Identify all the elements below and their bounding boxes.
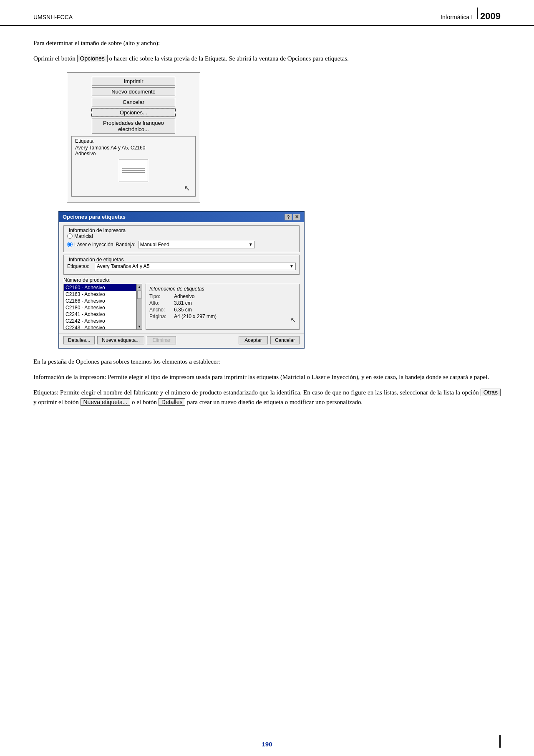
btn-opciones[interactable]: Opciones... xyxy=(92,108,175,117)
product-list[interactable]: C2160 - Adhesivo C2163 - Adhesivo C2166 … xyxy=(63,284,136,330)
product-item-5[interactable]: C2242 - Adhesivo xyxy=(64,318,136,324)
info-impresora-legend: Información de impresora xyxy=(67,228,296,233)
dialog-title: Opciones para etiquetas xyxy=(63,214,126,220)
cursor-icon-1: ↖ xyxy=(75,184,190,193)
cursor-icon-2: ↖ xyxy=(290,316,296,324)
radio-matricial-label[interactable]: Matricial xyxy=(67,233,296,239)
para5-start: Etiquetas: Permite elegir el nombre del … xyxy=(33,389,481,396)
btn-franqueo[interactable]: Propiedades de franqueo electrónico... xyxy=(92,119,175,134)
btn-nuevo-documento[interactable]: Nuevo documento xyxy=(92,87,175,96)
cancelar-btn-row: Cancelar xyxy=(67,98,200,106)
btn-imprimir[interactable]: Imprimir xyxy=(92,77,175,86)
etiqueta-type: Adhesivo xyxy=(75,151,192,157)
preview-line-1 xyxy=(122,168,145,169)
opciones-inline-btn[interactable]: Opciones xyxy=(77,55,108,62)
scroll-up[interactable]: ▲ xyxy=(138,284,141,290)
dialog-footer: Detalles... Nueva etiqueta... Eliminar A… xyxy=(59,333,304,348)
otras-inline-btn[interactable]: Otras xyxy=(481,389,501,396)
etiquetas-dropdown-arrow: ▼ xyxy=(290,264,294,268)
page-number: 190 xyxy=(262,741,272,748)
header-subject: Informática I xyxy=(441,14,473,20)
header-divider xyxy=(477,8,478,19)
product-item-6[interactable]: C2243 - Adhesivo xyxy=(64,324,136,330)
product-item-4[interactable]: C2241 - Adhesivo xyxy=(64,311,136,318)
info-pagina-val: A4 (210 x 297 mm) xyxy=(174,314,217,319)
dialog-title-bar: Opciones para etiquetas ? ✕ xyxy=(59,212,304,222)
radio-matricial[interactable] xyxy=(67,233,73,239)
etiquetas-value: Avery Tamaños A4 y A5 xyxy=(97,263,149,269)
title-bar-controls: ? ✕ xyxy=(285,214,300,220)
etiquetas-select-row: Etiquetas: Avery Tamaños A4 y A5 ▼ xyxy=(67,263,296,270)
etiqueta-fieldset-label: Etiqueta xyxy=(75,138,192,144)
opciones-btn-row: Opciones... xyxy=(67,108,200,117)
footer-line-right xyxy=(499,735,501,748)
btn-detalles[interactable]: Detalles... xyxy=(63,336,95,344)
franqueo-btn-row: Propiedades de franqueo electrónico... xyxy=(67,119,200,134)
preview-line-2 xyxy=(122,170,145,171)
para2-start: Oprimir el botón xyxy=(33,55,77,62)
product-item-1[interactable]: C2163 - Adhesivo xyxy=(64,291,136,298)
dialog-opciones: Opciones para etiquetas ? ✕ Información … xyxy=(58,211,305,349)
scroll-down[interactable]: ▼ xyxy=(138,324,141,329)
btn-cancelar-imprimir[interactable]: Cancelar xyxy=(92,98,175,106)
dialog-imprimir: Imprimir Nuevo documento Cancelar Opcion… xyxy=(67,72,200,203)
product-scrollbar[interactable]: ▲ ▼ xyxy=(136,284,142,330)
header: UMSNH-FCCA Informática I 2009 xyxy=(0,0,534,26)
header-right: Informática I 2009 xyxy=(441,8,501,22)
content-area: Para determinar el tamaño de sobre (alto… xyxy=(0,26,534,426)
bandeja-text-label: Bandeja: xyxy=(116,242,135,248)
info-pagina-row: Página: A4 (210 x 297 mm) xyxy=(149,314,296,319)
page: UMSNH-FCCA Informática I 2009 Para deter… xyxy=(0,0,534,756)
header-left: UMSNH-FCCA xyxy=(33,14,73,20)
info-alto-row: Alto: 3.81 cm xyxy=(149,300,296,306)
help-btn[interactable]: ? xyxy=(285,214,292,220)
bandeja-select[interactable]: Manual Feed ▼ xyxy=(138,241,255,248)
info-pagina-key: Página: xyxy=(149,314,172,319)
radio-laser-text: Láser e inyección xyxy=(74,242,113,248)
btn-eliminar[interactable]: Eliminar xyxy=(147,336,176,344)
radio-laser[interactable] xyxy=(67,242,73,247)
bandeja-value: Manual Feed xyxy=(140,242,169,248)
paragraph-1: Para determinar el tamaño de sobre (alto… xyxy=(33,38,501,48)
footer-left-buttons: Detalles... Nueva etiqueta... Eliminar xyxy=(63,336,176,344)
info-ancho-row: Ancho: 6.35 cm xyxy=(149,307,296,313)
nueva-etiqueta-inline-btn[interactable]: Nueva etiqueta... xyxy=(81,398,131,406)
info-tipo-key: Tipo: xyxy=(149,293,172,299)
info-alto-key: Alto: xyxy=(149,300,172,306)
radio-row: Matricial Láser e inyección Bandeja: Man… xyxy=(67,233,296,248)
bottom-section: C2160 - Adhesivo C2163 - Adhesivo C2166 … xyxy=(63,284,300,330)
info-alto-val: 3.81 cm xyxy=(174,300,192,306)
detalles-inline-btn[interactable]: Detalles xyxy=(159,398,186,406)
paragraph-4: Información de la impresora: Permite ele… xyxy=(33,372,501,382)
info-ancho-key: Ancho: xyxy=(149,307,172,313)
info-impresora-group: Información de impresora Matricial Láser… xyxy=(63,225,300,252)
radio-laser-label[interactable]: Láser e inyección xyxy=(67,242,113,248)
info-tipo-val: Adhesivo xyxy=(174,293,194,299)
page-footer: 190 xyxy=(33,737,501,748)
etiqueta-section: Etiqueta Avery Tamaños A4 y A5, C2160 Ad… xyxy=(71,136,196,197)
para2-end: o hacer clic sobre la vista previa de la… xyxy=(108,55,349,62)
paragraph-3: En la pestaña de Opciones para sobres te… xyxy=(33,357,501,367)
info-panel: Información de etiquetas Tipo: Adhesivo … xyxy=(146,284,300,330)
btn-aceptar[interactable]: Aceptar xyxy=(239,336,268,344)
paragraph-5: Etiquetas: Permite elegir el nombre del … xyxy=(33,388,501,407)
label-preview xyxy=(119,159,148,182)
product-list-wrapper: C2160 - Adhesivo C2163 - Adhesivo C2166 … xyxy=(63,284,142,330)
scroll-thumb[interactable] xyxy=(137,291,141,299)
close-btn[interactable]: ✕ xyxy=(293,214,300,220)
product-item-3[interactable]: C2180 - Adhesivo xyxy=(64,304,136,311)
info-etiquetas-group: Información de etiquetas Etiquetas: Aver… xyxy=(63,255,300,275)
radio-matricial-text: Matricial xyxy=(74,233,93,239)
numero-producto-label: Número de producto: xyxy=(63,277,300,283)
header-year: 2009 xyxy=(480,11,501,22)
btn-cancelar-opciones[interactable]: Cancelar xyxy=(270,336,300,344)
product-item-2[interactable]: C2166 - Adhesivo xyxy=(64,298,136,304)
info-tipo-row: Tipo: Adhesivo xyxy=(149,293,296,299)
etiquetas-label-text: Etiquetas: xyxy=(67,263,92,269)
para5-mid2: o el botón xyxy=(130,399,159,405)
para5-mid: y oprimir el botón xyxy=(33,399,81,405)
btn-nueva-etiqueta[interactable]: Nueva etiqueta... xyxy=(97,336,144,344)
info-ancho-val: 6.35 cm xyxy=(174,307,192,313)
product-item-0[interactable]: C2160 - Adhesivo xyxy=(64,284,136,291)
etiquetas-select[interactable]: Avery Tamaños A4 y A5 ▼ xyxy=(95,263,296,270)
